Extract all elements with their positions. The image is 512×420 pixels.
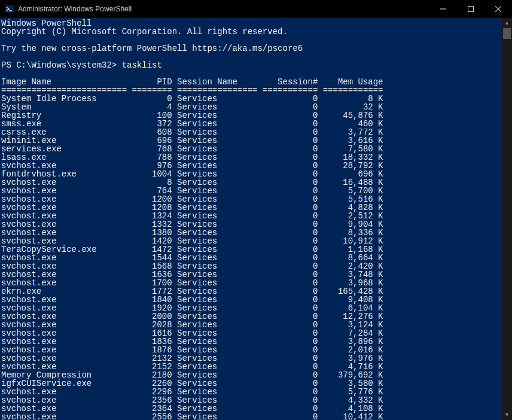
terminal-line: Copyright (C) Microsoft Corporation. All… bbox=[1, 28, 502, 36]
maximize-button[interactable] bbox=[457, 0, 484, 18]
minimize-button[interactable] bbox=[429, 0, 457, 18]
terminal-line: services.exe 768 Services 0 7,580 K bbox=[1, 145, 502, 153]
terminal-line: PS C:\Windows\system32> tasklist bbox=[1, 61, 502, 69]
terminal-line: svchost.exe 2356 Services 0 4,332 K bbox=[1, 396, 502, 404]
terminal-line: lsass.exe 788 Services 0 18,332 K bbox=[1, 153, 502, 162]
terminal-line: svchost.exe 1636 Services 0 3,748 K bbox=[1, 270, 502, 279]
terminal-line: smss.exe 372 Services 0 460 K bbox=[1, 120, 502, 128]
terminal-line: System 4 Services 0 32 K bbox=[1, 103, 502, 111]
terminal-line: svchost.exe 1920 Services 0 6,104 K bbox=[1, 304, 502, 312]
terminal-line: TeraCopyService.exe 1472 Services 0 1,16… bbox=[1, 245, 502, 254]
terminal-line bbox=[1, 36, 502, 44]
titlebar[interactable]: Administrator: Windows PowerShell bbox=[0, 0, 512, 18]
terminal-line: Windows PowerShell bbox=[1, 19, 502, 28]
prompt-path: PS C:\Windows\system32> bbox=[1, 60, 122, 70]
scrollbar[interactable]: ▲ ▼ bbox=[502, 18, 512, 420]
powershell-window: Administrator: Windows PowerShell Window… bbox=[0, 0, 512, 420]
terminal-line: svchost.exe 1568 Services 0 2,420 K bbox=[1, 262, 502, 270]
terminal-line: ========================= ======== =====… bbox=[1, 86, 502, 95]
terminal-line: Try the new cross-platform PowerShell ht… bbox=[1, 44, 502, 53]
terminal-line: Memory Compression 2180 Services 0 379,6… bbox=[1, 371, 502, 379]
window-title: Administrator: Windows PowerShell bbox=[18, 5, 132, 13]
terminal-line: svchost.exe 1876 Services 0 2,016 K bbox=[1, 346, 502, 354]
scroll-down-button[interactable]: ▼ bbox=[502, 410, 512, 420]
terminal-line: svchost.exe 1324 Services 0 2,512 K bbox=[1, 212, 502, 220]
terminal-output[interactable]: Windows PowerShellCopyright (C) Microsof… bbox=[0, 18, 502, 420]
terminal-line: svchost.exe 764 Services 0 5,700 K bbox=[1, 187, 502, 195]
window-controls bbox=[429, 0, 512, 18]
scroll-up-button[interactable]: ▲ bbox=[502, 18, 512, 28]
terminal-line: svchost.exe 1616 Services 0 7,284 K bbox=[1, 329, 502, 337]
terminal-line: svchost.exe 1332 Services 0 9,904 K bbox=[1, 220, 502, 229]
terminal-line: svchost.exe 2296 Services 0 5,776 K bbox=[1, 388, 502, 396]
terminal-line bbox=[1, 69, 502, 78]
terminal-line: svchost.exe 2152 Services 0 4,716 K bbox=[1, 363, 502, 371]
terminal-line: wininit.exe 696 Services 0 3,616 K bbox=[1, 136, 502, 145]
terminal-line: fontdrvhost.exe 1004 Services 0 696 K bbox=[1, 170, 502, 178]
terminal-line: svchost.exe 1208 Services 0 4,828 K bbox=[1, 203, 502, 212]
terminal-client-area: Windows PowerShellCopyright (C) Microsof… bbox=[0, 18, 512, 420]
terminal-line: svchost.exe 2132 Services 0 3,976 K bbox=[1, 354, 502, 363]
terminal-line: ekrn.exe 1772 Services 0 165,428 K bbox=[1, 287, 502, 296]
terminal-line: svchost.exe 1700 Services 0 3,968 K bbox=[1, 279, 502, 287]
svg-rect-3 bbox=[468, 7, 474, 12]
terminal-line: svchost.exe 1836 Services 0 3,896 K bbox=[1, 337, 502, 346]
terminal-line: svchost.exe 1200 Services 0 5,516 K bbox=[1, 195, 502, 203]
terminal-line: igfxCUIService.exe 2260 Services 0 3,580… bbox=[1, 379, 502, 388]
close-button[interactable] bbox=[484, 0, 512, 18]
terminal-line: svchost.exe 2028 Services 0 3,124 K bbox=[1, 321, 502, 329]
terminal-line: svchost.exe 1544 Services 0 8,664 K bbox=[1, 254, 502, 262]
powershell-icon bbox=[5, 4, 14, 14]
terminal-line: Registry 100 Services 0 45,876 K bbox=[1, 111, 502, 120]
terminal-line: svchost.exe 2556 Services 0 10,412 K bbox=[1, 413, 502, 420]
terminal-line: svchost.exe 2364 Services 0 4,108 K bbox=[1, 404, 502, 413]
terminal-line: svchost.exe 2000 Services 0 12,276 K bbox=[1, 312, 502, 321]
terminal-line: svchost.exe 1420 Services 0 10,912 K bbox=[1, 237, 502, 245]
scrollbar-thumb[interactable] bbox=[503, 28, 511, 39]
terminal-line: System Idle Process 0 Services 0 8 K bbox=[1, 95, 502, 103]
terminal-line: svchost.exe 1380 Services 0 8,336 K bbox=[1, 229, 502, 237]
terminal-line: svchost.exe 976 Services 0 28,792 K bbox=[1, 162, 502, 170]
terminal-line: svchost.exe 8 Services 0 16,488 K bbox=[1, 178, 502, 187]
terminal-line: Image Name PID Session Name Session# Mem… bbox=[1, 78, 502, 86]
command-text: tasklist bbox=[122, 60, 162, 70]
terminal-line bbox=[1, 53, 502, 61]
terminal-line: csrss.exe 608 Services 0 3,772 K bbox=[1, 128, 502, 136]
terminal-line: svchost.exe 1840 Services 0 9,408 K bbox=[1, 296, 502, 304]
